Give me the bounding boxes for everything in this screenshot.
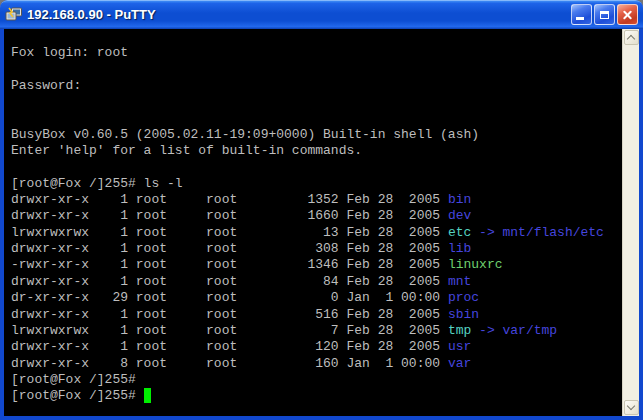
terminal-line: Enter 'help' for a list of built-in comm…: [11, 143, 622, 159]
terminal-line: drwxr-xr-x 1 root root 516 Feb 28 2005 s…: [11, 307, 622, 323]
terminal-line: [root@Fox /]255# ls -l: [11, 176, 622, 192]
terminal-line: drwxr-xr-x 1 root root 120 Feb 28 2005 u…: [11, 339, 622, 355]
terminal-text: usr: [448, 339, 471, 354]
terminal-line: BusyBox v0.60.5 (2005.02.11-19:09+0000) …: [11, 127, 622, 143]
terminal-line: drwxr-xr-x 1 root root 308 Feb 28 2005 l…: [11, 241, 622, 257]
chevron-up-icon: [627, 35, 635, 43]
terminal-text: drwxr-xr-x 1 root root 308 Feb 28 2005: [11, 241, 448, 256]
window-title: 192.168.0.90 - PuTTY: [27, 7, 571, 22]
terminal-line: lrwxrwxrwx 1 root root 13 Feb 28 2005 et…: [11, 225, 622, 241]
close-icon: [622, 9, 633, 20]
terminal-line: drwxr-xr-x 1 root root 84 Feb 28 2005 mn…: [11, 274, 622, 290]
maximize-icon: [600, 11, 609, 19]
scrollbar-down-button[interactable]: [624, 400, 639, 415]
close-button[interactable]: [617, 4, 638, 25]
terminal-text: Fox login: root: [11, 45, 128, 60]
terminal-text: Password:: [11, 78, 81, 93]
terminal-text: tmp: [448, 323, 471, 338]
terminal-cursor: [144, 388, 152, 403]
terminal-line: drwxr-xr-x 8 root root 160 Jan 1 00:00 v…: [11, 356, 622, 372]
terminal-line: Password:: [11, 78, 622, 94]
terminal-text: dr-xr-xr-x 29 root root 0 Jan 1 00:00: [11, 290, 448, 305]
terminal-text: lrwxrwxrwx 1 root root 13 Feb 28 2005: [11, 225, 448, 240]
scrollbar: [622, 29, 639, 416]
terminal-text: [root@Fox /]255# ls -l: [11, 176, 183, 191]
terminal-line: [11, 94, 622, 110]
terminal-text: proc: [448, 290, 479, 305]
terminal-text: drwxr-xr-x 1 root root 120 Feb 28 2005: [11, 339, 448, 354]
terminal-text: lib: [448, 241, 471, 256]
scrollbar-up-button[interactable]: [624, 30, 639, 45]
title-bar[interactable]: 192.168.0.90 - PuTTY: [0, 0, 643, 29]
terminal-text: lrwxrwxrwx 1 root root 7 Feb 28 2005: [11, 323, 448, 338]
terminal-line: drwxr-xr-x 1 root root 1660 Feb 28 2005 …: [11, 208, 622, 224]
terminal-text: drwxr-xr-x 1 root root 84 Feb 28 2005: [11, 274, 448, 289]
terminal-text: -rwxr-xr-x 1 root root 1346 Feb 28 2005: [11, 257, 448, 272]
minimize-button[interactable]: [571, 4, 592, 25]
putty-window: 192.168.0.90 - PuTTY Fox login: rootPass…: [0, 0, 643, 420]
terminal-text: etc: [448, 225, 471, 240]
terminal-line: Fox login: root: [11, 45, 622, 61]
terminal-text: drwxr-xr-x 1 root root 1352 Feb 28 2005: [11, 192, 448, 207]
terminal-text: linuxrc: [448, 257, 503, 272]
putty-icon: [5, 7, 23, 23]
terminal-text: mnt: [448, 274, 471, 289]
terminal-screen[interactable]: Fox login: rootPassword:BusyBox v0.60.5 …: [4, 29, 622, 416]
terminal-text: dev: [448, 208, 471, 223]
terminal-line: drwxr-xr-x 1 root root 1352 Feb 28 2005 …: [11, 192, 622, 208]
terminal-text: BusyBox v0.60.5 (2005.02.11-19:09+0000) …: [11, 127, 479, 142]
terminal-text: [root@Fox /]255#: [11, 388, 144, 403]
terminal-text: drwxr-xr-x 1 root root 516 Feb 28 2005: [11, 307, 448, 322]
terminal-line: [root@Fox /]255#: [11, 388, 622, 404]
terminal-text: drwxr-xr-x 1 root root 1660 Feb 28 2005: [11, 208, 448, 223]
terminal-line: [11, 110, 622, 126]
minimize-icon: [576, 17, 584, 20]
terminal-text: drwxr-xr-x 8 root root 160 Jan 1 00:00: [11, 356, 448, 371]
terminal-text: [root@Fox /]255#: [11, 372, 136, 387]
terminal-text: sbin: [448, 307, 479, 322]
terminal-text: -> var/tmp: [471, 323, 557, 338]
chevron-down-icon: [627, 402, 635, 410]
terminal-area: Fox login: rootPassword:BusyBox v0.60.5 …: [4, 29, 639, 416]
terminal-text: Enter 'help' for a list of built-in comm…: [11, 143, 362, 158]
terminal-text: -> mnt/flash/etc: [471, 225, 604, 240]
terminal-text: bin: [448, 192, 471, 207]
terminal-line: [root@Fox /]255#: [11, 372, 622, 388]
terminal-line: [11, 159, 622, 175]
terminal-text: var: [448, 356, 471, 371]
terminal-line: [11, 61, 622, 77]
window-controls: [571, 4, 638, 25]
terminal-line: -rwxr-xr-x 1 root root 1346 Feb 28 2005 …: [11, 257, 622, 273]
scrollbar-track[interactable]: [623, 46, 639, 399]
terminal-line: dr-xr-xr-x 29 root root 0 Jan 1 00:00 pr…: [11, 290, 622, 306]
terminal-line: lrwxrwxrwx 1 root root 7 Feb 28 2005 tmp…: [11, 323, 622, 339]
maximize-button[interactable]: [594, 4, 615, 25]
